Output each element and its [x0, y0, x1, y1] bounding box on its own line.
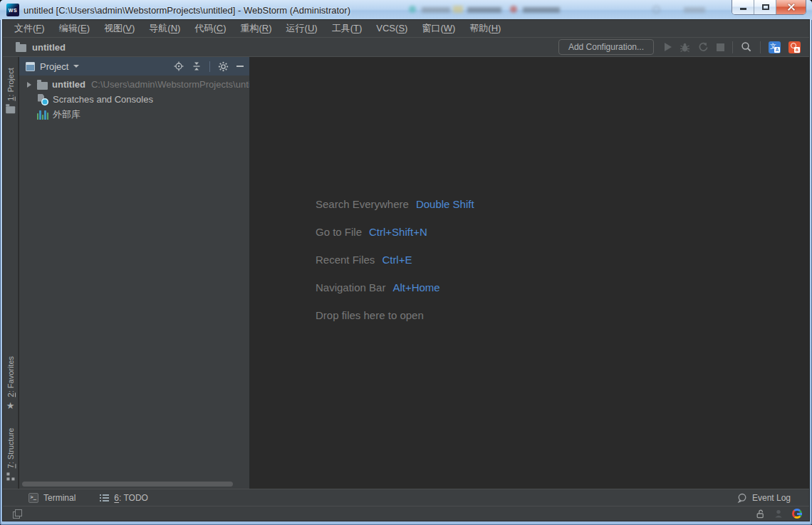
shortcut-action: Recent Files [316, 252, 375, 268]
shortcut-hint-row: Recent FilesCtrl+E [316, 252, 474, 268]
project-panel-header[interactable]: Project [19, 57, 249, 76]
search-everywhere-icon[interactable] [741, 41, 752, 53]
window-controls [732, 0, 806, 14]
project-panel-title: Project [40, 61, 68, 72]
menu-item-file[interactable]: 文件(F) [7, 20, 52, 37]
breadcrumb-folder-icon [16, 41, 27, 53]
title-bar[interactable]: WS untitled [C:\Users\admin\WebstormProj… [0, 0, 812, 20]
tool-window-button-todo[interactable]: 6: TODO [100, 493, 148, 503]
gear-icon[interactable] [218, 61, 229, 72]
shortcut-keys: Double Shift [416, 197, 474, 212]
left-tool-window-stripe: 1: Project★2: Favorites7: Structure [3, 57, 19, 489]
sidebar-tab-project[interactable]: 1: Project [3, 61, 19, 121]
project-window-icon [26, 62, 35, 71]
locate-icon[interactable] [174, 61, 184, 71]
shortcut-keys: Ctrl+Shift+N [369, 224, 427, 240]
menu-item-navigate[interactable]: 导航(N) [142, 20, 187, 37]
translation-engine-icon[interactable] [788, 41, 801, 53]
webstorm-window: WS untitled [C:\Users\admin\WebstormProj… [0, 0, 812, 525]
toolbar-actions: Add Configuration... [558, 39, 801, 55]
tool-window-button-terminal[interactable]: Terminal [28, 493, 76, 503]
collapse-all-icon[interactable] [192, 61, 202, 71]
sidebar-tab-structure[interactable]: 7: Structure [3, 423, 19, 486]
terminal-icon [28, 493, 38, 503]
tree-item-path: C:\Users\admin\WebstormProjects\untitled [91, 79, 250, 90]
expand-chevron-icon[interactable] [25, 82, 33, 88]
menu-item-code[interactable]: 代码(C) [187, 20, 233, 37]
aero-glass-artifact [467, 7, 501, 13]
shortcut-hint-row: Search EverywhereDouble Shift [316, 197, 474, 212]
chevron-down-icon[interactable] [73, 65, 79, 68]
close-button[interactable] [776, 0, 806, 14]
shortcut-action: Drop files here to open [316, 308, 424, 323]
aero-glass-artifact [453, 6, 463, 13]
shortcut-action: Go to File [316, 224, 362, 240]
menu-bar: 文件(F)编辑(E)视图(V)导航(N)代码(C)重构(R)运行(U)工具(T)… [3, 20, 809, 38]
add-configuration-button[interactable]: Add Configuration... [558, 39, 654, 55]
shortcut-keys: Alt+Home [392, 280, 439, 296]
highlighting-level-icon[interactable] [774, 509, 784, 519]
menu-item-vcs[interactable]: VCS(S) [369, 20, 415, 37]
sidebar-tab-label: 2: Favorites [6, 355, 15, 396]
menu-item-help[interactable]: 帮助(H) [462, 20, 508, 37]
aero-glass-artifact [422, 7, 450, 13]
debug-icon[interactable] [680, 42, 690, 53]
sidebar-tab-favorites[interactable]: ★2: Favorites [3, 352, 19, 413]
menu-item-refactor[interactable]: 重构(R) [234, 20, 279, 37]
tree-item-external-libraries[interactable]: 外部库 [19, 107, 249, 122]
bottom-tool-window-bar: Terminal6: TODOEvent Log [3, 489, 809, 506]
aero-glass-artifact [510, 6, 517, 13]
project-tool-window: Project [19, 57, 250, 489]
menu-item-view[interactable]: 视图(V) [97, 20, 142, 37]
shortcut-hint-row: Navigation BarAlt+Home [316, 280, 474, 296]
shortcut-action: Search Everywhere [316, 197, 409, 212]
tool-window-switcher-icon[interactable] [13, 509, 22, 519]
shortcut-hints: Search EverywhereDouble ShiftGo to FileC… [316, 197, 474, 336]
project-tree: untitledC:\Users\admin\WebstormProjects\… [19, 76, 249, 122]
tool-window-button-label: Terminal [43, 493, 76, 503]
sidebar-tab-label: 7: Structure [6, 428, 15, 469]
main-area: 1: Project★2: Favorites7: Structure Proj… [3, 57, 809, 489]
tool-window-button-event-log[interactable]: Event Log [737, 493, 791, 503]
maximize-icon [762, 4, 769, 10]
aero-glass-artifact [652, 6, 660, 14]
tree-item-label: 外部库 [53, 108, 80, 121]
scratches-icon [37, 94, 48, 105]
horizontal-scrollbar[interactable] [22, 482, 233, 487]
header-separator [209, 61, 210, 72]
aero-glass-artifact [523, 7, 560, 13]
shortcut-keys: Ctrl+E [382, 252, 412, 268]
unlocked-padlock-icon[interactable] [755, 509, 765, 519]
tree-item-scratches-and-consoles[interactable]: Scratches and Consoles [19, 92, 249, 107]
window-title: untitled [C:\Users\admin\WebstormProject… [24, 5, 350, 16]
menu-item-run[interactable]: 运行(U) [279, 20, 325, 37]
rerun-coverage-icon[interactable] [698, 42, 709, 53]
menu-item-edit[interactable]: 编辑(E) [52, 20, 97, 37]
sidebar-tab-label: 1: Project [6, 68, 15, 100]
main-toolbar: untitled Add Configuration... [3, 38, 809, 57]
minimize-icon [740, 8, 746, 10]
minimize-button[interactable] [732, 0, 754, 14]
translate-plugin-icon[interactable] [769, 41, 781, 53]
stop-icon[interactable] [717, 43, 724, 51]
google-translate-icon[interactable] [792, 509, 802, 519]
status-bar [3, 506, 809, 521]
shortcut-hint-row: Go to FileCtrl+Shift+N [316, 224, 474, 240]
shortcut-hint-row: Drop files here to open [316, 308, 474, 323]
event-log-balloon-icon [737, 493, 747, 503]
hide-panel-icon[interactable] [236, 66, 244, 67]
tool-window-button-label: Event Log [752, 493, 791, 503]
maximize-button[interactable] [754, 0, 776, 14]
folder-icon [37, 82, 48, 90]
menu-item-window[interactable]: 窗口(W) [415, 20, 462, 37]
toolbar-separator [760, 41, 761, 53]
tree-item-project-root[interactable]: untitledC:\Users\admin\WebstormProjects\… [19, 77, 249, 92]
tree-item-label: untitled [52, 79, 85, 90]
editor-area[interactable]: Search EverywhereDouble ShiftGo to FileC… [251, 57, 809, 489]
external-libraries-icon [37, 110, 48, 120]
breadcrumb[interactable]: untitled [32, 42, 66, 53]
run-icon[interactable] [665, 43, 672, 51]
menu-item-tools[interactable]: 工具(T) [325, 20, 370, 37]
aero-glass-artifact [409, 6, 416, 13]
tree-item-label: Scratches and Consoles [53, 94, 153, 105]
